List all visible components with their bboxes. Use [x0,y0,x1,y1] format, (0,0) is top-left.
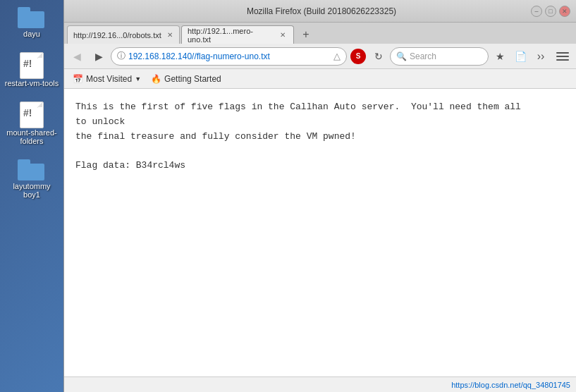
file-icon-hash2: #! [23,108,32,118]
window-title: Mozilla Firefox (Build 20180626223325) [112,6,531,16]
desktop-icons-panel: dayu #! restart-vm-tools #! mount-shared… [0,0,63,392]
overflow-button[interactable]: ›› [532,47,550,66]
menu-button[interactable] [552,47,573,66]
url-bar[interactable]: ⓘ 192.168.182.140//flag-numero-uno.txt △ [111,47,347,66]
back-button[interactable]: ◀ [67,47,87,66]
search-placeholder: Search [410,51,436,61]
window-controls: – □ ✕ [531,6,570,17]
most-visited-arrow: ▼ [135,75,141,82]
share-icon: △ [333,51,341,61]
url-info-icon: ⓘ [117,50,125,62]
minimize-button[interactable]: – [531,6,542,17]
title-bar: Mozilla Firefox (Build 20180626223325) –… [64,0,576,23]
no-script-icon: S [350,49,366,64]
new-tab-button[interactable]: + [297,25,315,44]
most-visited-icon: 📅 [73,74,83,84]
no-script-button[interactable]: S [349,47,367,66]
search-bar[interactable]: 🔍 Search [390,47,489,66]
menu-line-2 [556,56,569,57]
desktop-icon-label-mount: mount-shared-folders [4,128,60,145]
menu-line-1 [556,52,569,54]
tab-close-1[interactable]: ✕ [165,30,175,40]
search-icon: 🔍 [396,51,407,61]
bookmarks-panel-button[interactable]: 📄 [511,47,529,66]
tab-label-2: http://192.1...mero-uno.txt [188,27,274,44]
firefox-window: Mozilla Firefox (Build 20180626223325) –… [63,0,576,392]
bookmark-getting-started[interactable]: 🔥 Getting Started [147,73,226,85]
file-icon-hash: #! [23,59,32,68]
file-icon-restart-vm-tools: #! [20,52,44,79]
desktop-icon-mount-shared-folders[interactable]: #! mount-shared-folders [4,102,60,145]
desktop-icon-playutommyboy1[interactable]: layutommyboy1 [4,159,60,199]
tab-robots-txt[interactable]: http://192.16...0/robots.txt ✕ [67,25,180,44]
close-button[interactable]: ✕ [559,6,570,17]
desktop-icon-restart-vm-tools[interactable]: #! restart-vm-tools [4,52,60,87]
folder-icon-play [18,159,46,182]
desktop: dayu #! restart-vm-tools #! mount-shared… [0,0,576,392]
tab-bar: http://192.16...0/robots.txt ✕ http://19… [64,23,576,44]
maximize-button[interactable]: □ [545,6,556,17]
desktop-icon-dayu[interactable]: dayu [4,7,60,38]
desktop-icon-label-dayu: dayu [23,30,40,38]
nav-bar: ◀ ▶ ⓘ 192.168.182.140//flag-numero-uno.t… [64,44,576,69]
bookmark-star-button[interactable]: ★ [491,47,509,66]
menu-line-3 [556,59,569,61]
forward-button[interactable]: ▶ [89,47,109,66]
page-content: This is the first of five flags in the C… [64,89,576,376]
desktop-icon-label-play: layutommyboy1 [13,182,50,199]
bookmark-getting-started-label: Getting Started [164,74,221,84]
reload-button[interactable]: ↻ [369,47,388,66]
status-url: https://blog.csdn.net/qq_34801745 [451,381,570,389]
url-text: 192.168.182.140//flag-numero-uno.txt [128,51,331,61]
desktop-icon-label-restart: restart-vm-tools [5,79,59,87]
status-bar: https://blog.csdn.net/qq_34801745 [64,376,576,392]
tab-flag-uno[interactable]: http://192.1...mero-uno.txt ✕ [181,25,294,44]
tab-label-1: http://192.16...0/robots.txt [73,31,161,39]
getting-started-icon: 🔥 [151,74,161,84]
tab-close-2[interactable]: ✕ [278,30,288,40]
bookmark-most-visited-label: Most Visited [86,74,132,84]
page-text: This is the first of five flags in the C… [75,100,565,173]
bookmark-most-visited[interactable]: 📅 Most Visited ▼ [68,73,145,85]
file-icon-mount-shared: #! [20,102,44,128]
bookmarks-bar: 📅 Most Visited ▼ 🔥 Getting Started [64,69,576,89]
folder-icon-dayu [18,7,46,30]
